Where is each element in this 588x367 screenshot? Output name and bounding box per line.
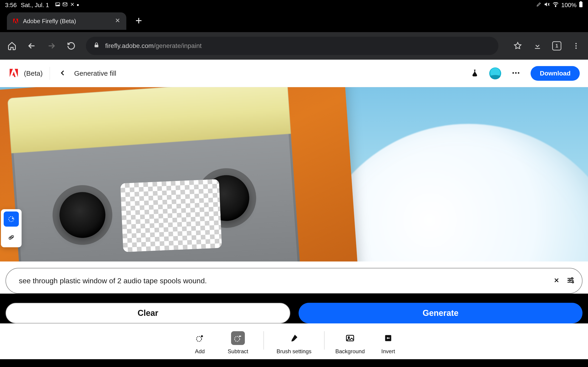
forward-icon[interactable] [46,41,57,51]
svg-rect-7 [580,1,582,2]
svg-rect-8 [95,44,98,47]
svg-point-1 [57,3,57,4]
gmail-icon [62,2,68,9]
invert-label: Invert [381,348,395,355]
page-title: Generative fill [74,69,116,77]
canvas-area[interactable] [0,87,588,261]
divider [50,67,50,80]
chevron-left-icon[interactable] [57,67,69,80]
avatar[interactable] [489,67,501,79]
lock-icon [93,42,100,50]
browser-toolbar: firefly.adobe.com/generate/inpaint 1 [0,32,588,60]
prompt-input[interactable] [19,277,547,285]
download-button[interactable]: Download [531,66,580,81]
browser-tab-strip: Adobe Firefly (Beta) [0,10,588,32]
generate-button[interactable]: Generate [299,303,582,323]
background-button[interactable]: Background [335,331,365,355]
svg-point-17 [10,237,11,238]
url-path: /generate/inpaint [154,42,202,49]
svg-point-5 [555,6,556,7]
background-label: Background [335,348,365,355]
download-icon[interactable] [532,41,543,51]
wifi-icon [552,1,559,9]
svg-point-19 [571,277,573,279]
sparkle-select-tool[interactable] [4,211,19,227]
svg-point-12 [512,72,514,74]
svg-point-25 [348,337,350,338]
status-time: 3:56 [5,2,17,9]
prompt-row [6,268,582,294]
svg-point-18 [12,237,12,237]
invert-button[interactable]: Invert [373,331,403,355]
browser-tab[interactable]: Adobe Firefly (Beta) [7,12,126,30]
tab-title: Adobe Firefly (Beta) [23,18,110,25]
app-header: (Beta) Generative fill Download [0,60,588,87]
pencil-icon [536,2,542,9]
svg-point-21 [572,282,574,283]
picture-icon [55,2,61,9]
url-host: firefly.adobe.com [105,42,154,49]
clear-button[interactable]: Clear [6,303,290,323]
mute-icon [544,1,550,9]
brush-label: Brush settings [277,348,311,355]
svg-point-23 [234,336,240,342]
beta-label: (Beta) [23,69,43,77]
separator [263,331,264,350]
svg-point-14 [518,72,519,74]
svg-point-11 [575,48,577,49]
separator [324,331,325,350]
battery-text: 100% [561,2,577,9]
tab-count[interactable]: 1 [552,41,561,50]
svg-point-13 [515,72,517,74]
reload-icon[interactable] [66,41,76,51]
svg-point-15 [9,217,14,222]
status-dot-icon [77,4,79,6]
svg-point-20 [569,280,571,281]
adobe-logo-icon[interactable] [8,67,19,79]
battery-icon [579,1,583,9]
action-row: Clear Generate [0,294,588,323]
svg-rect-6 [579,2,582,7]
erased-region [120,179,222,252]
svg-point-22 [196,336,201,342]
kebab-menu-icon[interactable] [571,41,581,51]
back-icon[interactable] [27,41,37,51]
sliders-icon[interactable] [566,276,575,286]
adobe-favicon-icon [12,18,19,24]
subtract-brush-button[interactable]: Subtract [223,331,253,355]
add-label: Add [195,348,205,355]
status-date: Sat., Jul. 1 [21,2,49,9]
more-icon[interactable] [511,68,520,78]
svg-rect-16 [9,235,14,240]
new-tab-button[interactable] [135,17,143,26]
tool-dock [1,209,22,247]
subtract-label: Subtract [228,348,248,355]
svg-point-10 [575,45,577,47]
add-brush-button[interactable]: Add [185,331,215,355]
tools-icon [69,2,75,9]
star-icon[interactable] [513,41,523,51]
flask-icon[interactable] [470,69,479,78]
brush-settings-button[interactable]: Brush settings [275,331,313,355]
bottom-toolbar: Add Subtract Brush settings Background I… [0,323,588,359]
url-bar[interactable]: firefly.adobe.com/generate/inpaint [86,37,498,55]
android-status-bar: 3:56 Sat., Jul. 1 100% [0,0,588,10]
prompt-section [0,261,588,294]
heal-tool[interactable] [4,230,19,245]
svg-point-9 [575,43,577,44]
clear-input-icon[interactable] [553,277,560,285]
close-icon[interactable] [114,17,121,25]
home-icon[interactable] [7,41,17,51]
